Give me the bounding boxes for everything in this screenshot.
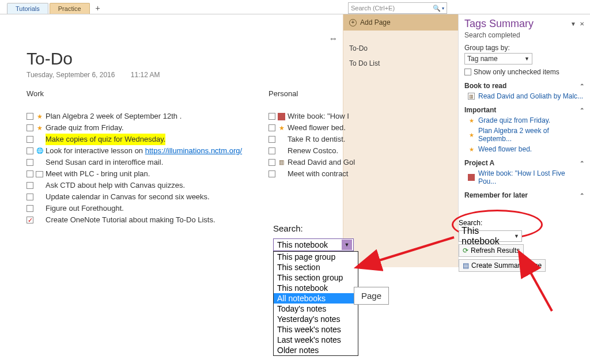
refresh-icon: ⟳ <box>463 247 468 255</box>
checkbox-icon[interactable] <box>27 182 33 189</box>
book-icon: ▥ <box>468 93 475 100</box>
search-status: Search completed <box>464 31 584 39</box>
heading-work[interactable]: Work <box>27 89 268 98</box>
dropdown-list: This page group This section This sectio… <box>273 251 358 356</box>
groupby-select[interactable]: Tag name▼ <box>464 53 532 65</box>
tag-item[interactable]: ★Weed flower bed. <box>464 145 584 153</box>
checkbox-icon[interactable] <box>268 136 275 143</box>
checkbox-checked-icon[interactable] <box>27 217 33 223</box>
checkbox-icon[interactable] <box>268 124 275 131</box>
tag-item[interactable]: ▥Read David and Goliath by Malc... <box>464 92 584 100</box>
chevron-down-icon[interactable]: ▼ <box>570 21 576 27</box>
checkbox-icon[interactable] <box>268 170 275 177</box>
list-item[interactable]: Look for interactive lesson on https://i… <box>46 145 242 157</box>
dropdown-option[interactable]: This page group <box>274 252 358 262</box>
section-tabs: Tutorials Practice + <box>0 0 590 14</box>
checkbox-icon[interactable] <box>27 124 33 131</box>
dropdown-arrow-icon: ▼ <box>524 56 530 62</box>
checkbox-icon[interactable] <box>27 147 33 154</box>
page-list-item[interactable]: To-Do <box>343 41 458 56</box>
list-item[interactable]: Read David and Gol <box>288 157 355 168</box>
square-icon <box>36 171 43 177</box>
checkbox-icon[interactable] <box>27 170 33 177</box>
dropdown-option[interactable]: This notebook <box>274 283 358 293</box>
tags-title: Tags Summary ▼✕ <box>464 18 584 30</box>
dropdown-option[interactable]: Today's notes <box>274 304 358 314</box>
unchecked-checkbox[interactable]: Show only unchecked items <box>464 68 584 76</box>
dropdown-option-selected[interactable]: All notebooks <box>274 293 358 304</box>
list-item[interactable]: Plan Algebra 2 week of September 12th . <box>46 111 181 122</box>
page-title[interactable]: To-Do <box>27 49 330 69</box>
search-box[interactable]: Search (Ctrl+E) 🔍 ▾ <box>348 2 447 14</box>
heading-personal[interactable]: Personal <box>268 89 298 98</box>
tag-item[interactable]: ★Grade quiz from Friday. <box>464 116 584 124</box>
tag-item[interactable]: ★Plan Algebra 2 week of Septemb... <box>464 127 584 143</box>
star-icon: ★ <box>468 117 475 124</box>
checkbox-icon <box>464 69 471 75</box>
checkbox-icon[interactable] <box>268 147 275 154</box>
groupby-label: Group tags by: <box>464 44 584 52</box>
red-tag-icon <box>468 174 475 181</box>
dropdown-select[interactable]: This notebook▼ <box>273 238 354 251</box>
list-item[interactable]: Figure out Forethought. <box>46 203 124 214</box>
dropdown-button-icon: ▼ <box>342 240 352 250</box>
search-dropdown-icon[interactable]: ▾ <box>442 6 444 11</box>
page-list-item[interactable]: To Do List <box>343 56 458 71</box>
star-icon: ★ <box>468 146 475 153</box>
list-item[interactable]: Update calendar in Canvas for second six… <box>46 191 210 203</box>
checkbox-icon[interactable] <box>27 205 33 212</box>
list-item[interactable]: Send Susan card in interoffice mail. <box>46 157 163 168</box>
list-item[interactable]: Meet with contract <box>288 168 349 180</box>
list-item[interactable]: Grade quiz from Friday. <box>46 122 124 134</box>
tag-item[interactable]: Write book: "How I Lost Five Pou... <box>464 169 584 185</box>
personal-list: Write book: "How I ★Weed flower bed. Tak… <box>268 111 355 226</box>
list-item[interactable]: Make copies of quiz for Wednesday. <box>46 134 165 145</box>
tag-group-important[interactable]: Important⌃ <box>464 106 584 114</box>
plus-icon: + <box>349 19 357 26</box>
tab-add[interactable]: + <box>91 2 105 14</box>
link[interactable]: https://illuminations.nctm.org/ <box>145 146 242 155</box>
tab-practice[interactable]: Practice <box>50 3 90 14</box>
dropdown-arrow-icon: ▼ <box>514 233 519 239</box>
chevron-up-icon: ⌃ <box>580 160 584 166</box>
list-item[interactable]: Ask CTD about help with Canvas quizzes. <box>46 180 185 191</box>
checkbox-icon[interactable] <box>268 159 275 166</box>
tag-group-project[interactable]: Project A⌃ <box>464 159 584 167</box>
page-list: +Add Page To-Do To Do List <box>343 14 458 267</box>
page-button-fragment[interactable]: Page <box>354 287 389 305</box>
checkbox-icon[interactable] <box>27 194 33 200</box>
expand-icon[interactable]: ⤢ <box>328 35 338 44</box>
search-scope-select[interactable]: This notebook▼ <box>459 230 522 242</box>
dropdown-option[interactable]: This week's notes <box>274 324 358 335</box>
checkbox-icon[interactable] <box>27 159 33 166</box>
tag-group-book[interactable]: Book to read⌃ <box>464 82 584 90</box>
checkbox-icon[interactable] <box>268 113 275 120</box>
dropdown-option[interactable]: Last week's notes <box>274 335 358 345</box>
tag-group-remember[interactable]: Remember for later⌃ <box>464 191 584 199</box>
dropdown-option[interactable]: Older notes <box>274 345 358 355</box>
add-page-button[interactable]: +Add Page <box>343 14 458 31</box>
list-item[interactable]: Create OneNote Tutorial about making To-… <box>46 214 215 226</box>
checkbox-icon[interactable] <box>27 113 33 120</box>
refresh-results-button[interactable]: ⟳Refresh Results <box>459 244 524 257</box>
list-item[interactable]: Meet with PLC - bring unit plan. <box>46 168 150 180</box>
star-icon: ★ <box>468 131 475 138</box>
list-item[interactable]: Weed flower bed. <box>288 122 346 134</box>
work-list: ★Plan Algebra 2 week of September 12th .… <box>27 111 268 226</box>
dropdown-option[interactable]: Yesterday's notes <box>274 314 358 324</box>
search-icon[interactable]: 🔍 <box>433 5 441 12</box>
close-icon[interactable]: ✕ <box>580 21 584 27</box>
dropdown-option[interactable]: This section <box>274 262 358 272</box>
checkbox-icon[interactable] <box>27 136 33 143</box>
page-icon: ▤ <box>463 261 469 270</box>
chevron-up-icon: ⌃ <box>580 192 584 199</box>
page-time-text: 11:12 AM <box>131 71 160 79</box>
list-item[interactable]: Write book: "How I <box>288 111 349 122</box>
list-item[interactable]: Take R to dentist. <box>288 134 345 145</box>
page-date-text: Tuesday, September 6, 2016 <box>27 71 115 79</box>
star-icon: ★ <box>278 124 285 132</box>
list-item[interactable]: Renew Costco. <box>288 145 338 157</box>
dropdown-option[interactable]: This section group <box>274 272 358 283</box>
create-summary-page-button[interactable]: ▤Create Summary Page <box>459 259 546 272</box>
tab-tutorials[interactable]: Tutorials <box>7 3 48 14</box>
